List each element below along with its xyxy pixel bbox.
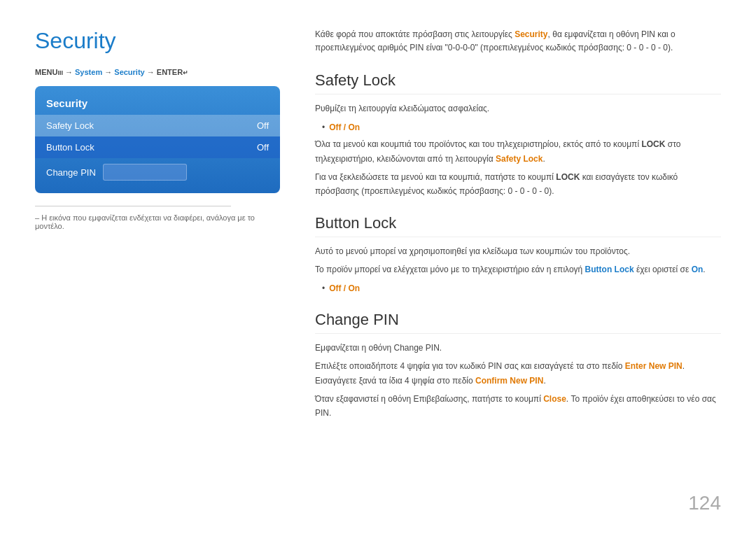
button-lock-label: Button Lock bbox=[46, 142, 94, 153]
footnote: – Η εικόνα που εμφανίζεται ενδέχεται να … bbox=[35, 213, 280, 230]
safety-lock-label: Safety Lock bbox=[46, 120, 94, 131]
button-lock-desc1: Αυτό το μενού μπορεί να χρησιμοποιηθεί γ… bbox=[315, 244, 721, 258]
change-pin-input[interactable] bbox=[103, 164, 187, 181]
safety-lock-value: Off bbox=[257, 120, 269, 131]
change-pin-label: Change PIN bbox=[46, 167, 96, 178]
panel-title: Security bbox=[35, 93, 280, 115]
button-lock-options: Off / On bbox=[315, 281, 721, 295]
button-lock-desc2: Το προϊόν μπορεί να ελέγχεται μόνο με το… bbox=[315, 262, 721, 276]
change-pin-section: Change PIN Εμφανίζεται η οθόνη Change PI… bbox=[315, 311, 721, 421]
change-pin-section-title: Change PIN bbox=[315, 311, 721, 334]
left-column: Security MENUIII → System → Security → E… bbox=[35, 28, 301, 506]
button-lock-section-title: Button Lock bbox=[315, 214, 721, 237]
safety-lock-section: Safety Lock Ρυθμίζει τη λειτουργία κλειδ… bbox=[315, 71, 721, 198]
change-pin-desc3: Όταν εξαφανιστεί η οθόνη Επιβεβαίωσης, π… bbox=[315, 392, 721, 421]
change-pin-desc1: Εμφανίζεται η οθόνη Change PIN. bbox=[315, 341, 721, 355]
right-column: Κάθε φορά που αποκτάτε πρόσβαση στις λει… bbox=[301, 28, 721, 506]
button-lock-row[interactable]: Button Lock Off bbox=[35, 136, 280, 158]
safety-lock-desc1: Ρυθμίζει τη λειτουργία κλειδώματος ασφαλ… bbox=[315, 101, 721, 115]
security-panel: Security Safety Lock Off Button Lock Off… bbox=[35, 86, 280, 193]
button-lock-section: Button Lock Αυτό το μενού μπορεί να χρησ… bbox=[315, 214, 721, 295]
safety-lock-desc3: Για να ξεκλειδώσετε τα μενού και τα κουμ… bbox=[315, 170, 721, 199]
change-pin-row[interactable]: Change PIN bbox=[35, 158, 280, 186]
change-pin-desc2: Επιλέξτε οποιαδήποτε 4 ψηφία για τον κωδ… bbox=[315, 359, 721, 388]
intro-text: Κάθε φορά που αποκτάτε πρόσβαση στις λει… bbox=[315, 28, 721, 55]
safety-lock-desc2: Όλα τα μενού και κουμπιά του προϊόντος κ… bbox=[315, 137, 721, 166]
page-number: 124 bbox=[688, 492, 721, 514]
safety-lock-section-title: Safety Lock bbox=[315, 71, 721, 94]
safety-lock-row[interactable]: Safety Lock Off bbox=[35, 115, 280, 136]
page-title: Security bbox=[35, 28, 280, 54]
divider bbox=[35, 206, 231, 206]
button-lock-value: Off bbox=[257, 142, 269, 153]
menu-path: MENUIII → System → Security → ENTER↵ bbox=[35, 68, 280, 76]
safety-lock-options: Off / On bbox=[315, 120, 721, 134]
